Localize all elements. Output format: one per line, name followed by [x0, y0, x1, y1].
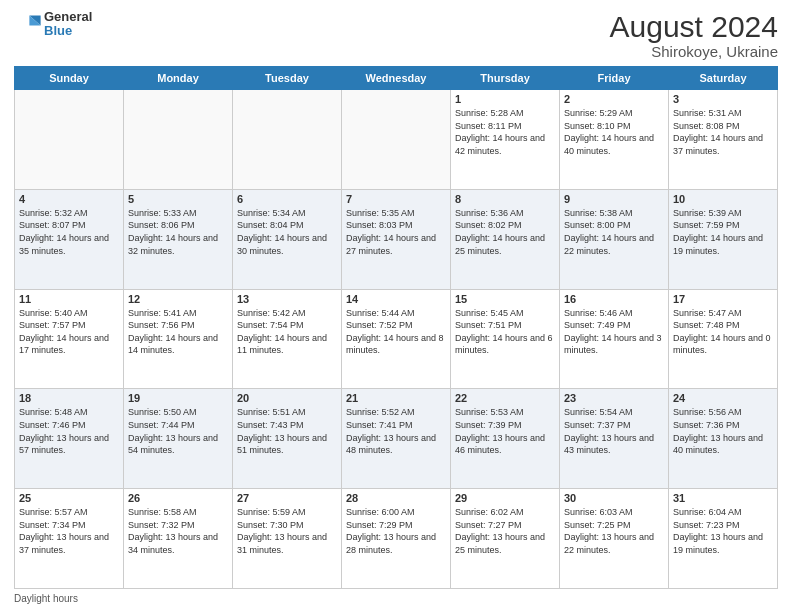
page: General Blue August 2024 Shirokoye, Ukra…: [0, 0, 792, 612]
calendar-week-row: 25Sunrise: 5:57 AM Sunset: 7:34 PM Dayli…: [15, 489, 778, 589]
table-row: 23Sunrise: 5:54 AM Sunset: 7:37 PM Dayli…: [560, 389, 669, 489]
day-info: Sunrise: 6:02 AM Sunset: 7:27 PM Dayligh…: [455, 506, 555, 556]
day-info: Sunrise: 5:38 AM Sunset: 8:00 PM Dayligh…: [564, 207, 664, 257]
day-info: Sunrise: 6:03 AM Sunset: 7:25 PM Dayligh…: [564, 506, 664, 556]
logo-blue: Blue: [44, 24, 92, 38]
day-info: Sunrise: 5:39 AM Sunset: 7:59 PM Dayligh…: [673, 207, 773, 257]
day-info: Sunrise: 5:56 AM Sunset: 7:36 PM Dayligh…: [673, 406, 773, 456]
day-number: 2: [564, 93, 664, 105]
table-row: 6Sunrise: 5:34 AM Sunset: 8:04 PM Daylig…: [233, 189, 342, 289]
table-row: 10Sunrise: 5:39 AM Sunset: 7:59 PM Dayli…: [669, 189, 778, 289]
day-number: 28: [346, 492, 446, 504]
table-row: [233, 90, 342, 190]
footer: Daylight hours: [14, 593, 778, 604]
day-number: 18: [19, 392, 119, 404]
day-info: Sunrise: 5:35 AM Sunset: 8:03 PM Dayligh…: [346, 207, 446, 257]
day-number: 17: [673, 293, 773, 305]
col-thursday: Thursday: [451, 67, 560, 90]
logo-general: General: [44, 10, 92, 24]
day-info: Sunrise: 5:54 AM Sunset: 7:37 PM Dayligh…: [564, 406, 664, 456]
logo: General Blue: [14, 10, 92, 39]
day-number: 29: [455, 492, 555, 504]
day-info: Sunrise: 5:32 AM Sunset: 8:07 PM Dayligh…: [19, 207, 119, 257]
day-number: 24: [673, 392, 773, 404]
table-row: 22Sunrise: 5:53 AM Sunset: 7:39 PM Dayli…: [451, 389, 560, 489]
table-row: 18Sunrise: 5:48 AM Sunset: 7:46 PM Dayli…: [15, 389, 124, 489]
day-number: 30: [564, 492, 664, 504]
calendar-week-row: 18Sunrise: 5:48 AM Sunset: 7:46 PM Dayli…: [15, 389, 778, 489]
day-number: 23: [564, 392, 664, 404]
day-info: Sunrise: 6:00 AM Sunset: 7:29 PM Dayligh…: [346, 506, 446, 556]
day-info: Sunrise: 5:33 AM Sunset: 8:06 PM Dayligh…: [128, 207, 228, 257]
day-number: 22: [455, 392, 555, 404]
calendar-week-row: 1Sunrise: 5:28 AM Sunset: 8:11 PM Daylig…: [15, 90, 778, 190]
day-number: 21: [346, 392, 446, 404]
day-number: 27: [237, 492, 337, 504]
col-tuesday: Tuesday: [233, 67, 342, 90]
day-info: Sunrise: 5:53 AM Sunset: 7:39 PM Dayligh…: [455, 406, 555, 456]
col-wednesday: Wednesday: [342, 67, 451, 90]
table-row: 14Sunrise: 5:44 AM Sunset: 7:52 PM Dayli…: [342, 289, 451, 389]
table-row: 7Sunrise: 5:35 AM Sunset: 8:03 PM Daylig…: [342, 189, 451, 289]
day-info: Sunrise: 5:52 AM Sunset: 7:41 PM Dayligh…: [346, 406, 446, 456]
day-info: Sunrise: 5:47 AM Sunset: 7:48 PM Dayligh…: [673, 307, 773, 357]
day-info: Sunrise: 5:36 AM Sunset: 8:02 PM Dayligh…: [455, 207, 555, 257]
table-row: 15Sunrise: 5:45 AM Sunset: 7:51 PM Dayli…: [451, 289, 560, 389]
table-row: 29Sunrise: 6:02 AM Sunset: 7:27 PM Dayli…: [451, 489, 560, 589]
calendar-title: August 2024: [610, 10, 778, 43]
calendar-table: Sunday Monday Tuesday Wednesday Thursday…: [14, 66, 778, 589]
day-info: Sunrise: 5:58 AM Sunset: 7:32 PM Dayligh…: [128, 506, 228, 556]
table-row: 3Sunrise: 5:31 AM Sunset: 8:08 PM Daylig…: [669, 90, 778, 190]
table-row: 12Sunrise: 5:41 AM Sunset: 7:56 PM Dayli…: [124, 289, 233, 389]
day-number: 14: [346, 293, 446, 305]
table-row: 31Sunrise: 6:04 AM Sunset: 7:23 PM Dayli…: [669, 489, 778, 589]
day-number: 10: [673, 193, 773, 205]
table-row: [124, 90, 233, 190]
day-info: Sunrise: 5:29 AM Sunset: 8:10 PM Dayligh…: [564, 107, 664, 157]
title-block: August 2024 Shirokoye, Ukraine: [610, 10, 778, 60]
day-number: 26: [128, 492, 228, 504]
table-row: 1Sunrise: 5:28 AM Sunset: 8:11 PM Daylig…: [451, 90, 560, 190]
daylight-hours-label: Daylight hours: [14, 593, 78, 604]
day-info: Sunrise: 5:51 AM Sunset: 7:43 PM Dayligh…: [237, 406, 337, 456]
table-row: 4Sunrise: 5:32 AM Sunset: 8:07 PM Daylig…: [15, 189, 124, 289]
day-number: 15: [455, 293, 555, 305]
header: General Blue August 2024 Shirokoye, Ukra…: [14, 10, 778, 60]
calendar-week-row: 4Sunrise: 5:32 AM Sunset: 8:07 PM Daylig…: [15, 189, 778, 289]
table-row: 20Sunrise: 5:51 AM Sunset: 7:43 PM Dayli…: [233, 389, 342, 489]
calendar-week-row: 11Sunrise: 5:40 AM Sunset: 7:57 PM Dayli…: [15, 289, 778, 389]
col-sunday: Sunday: [15, 67, 124, 90]
table-row: 26Sunrise: 5:58 AM Sunset: 7:32 PM Dayli…: [124, 489, 233, 589]
day-number: 13: [237, 293, 337, 305]
table-row: 19Sunrise: 5:50 AM Sunset: 7:44 PM Dayli…: [124, 389, 233, 489]
day-info: Sunrise: 5:45 AM Sunset: 7:51 PM Dayligh…: [455, 307, 555, 357]
table-row: 13Sunrise: 5:42 AM Sunset: 7:54 PM Dayli…: [233, 289, 342, 389]
calendar-header-row: Sunday Monday Tuesday Wednesday Thursday…: [15, 67, 778, 90]
day-info: Sunrise: 5:46 AM Sunset: 7:49 PM Dayligh…: [564, 307, 664, 357]
col-saturday: Saturday: [669, 67, 778, 90]
table-row: [15, 90, 124, 190]
day-number: 16: [564, 293, 664, 305]
col-monday: Monday: [124, 67, 233, 90]
table-row: 24Sunrise: 5:56 AM Sunset: 7:36 PM Dayli…: [669, 389, 778, 489]
day-info: Sunrise: 5:31 AM Sunset: 8:08 PM Dayligh…: [673, 107, 773, 157]
table-row: 5Sunrise: 5:33 AM Sunset: 8:06 PM Daylig…: [124, 189, 233, 289]
table-row: 2Sunrise: 5:29 AM Sunset: 8:10 PM Daylig…: [560, 90, 669, 190]
table-row: 17Sunrise: 5:47 AM Sunset: 7:48 PM Dayli…: [669, 289, 778, 389]
logo-text: General Blue: [44, 10, 92, 39]
col-friday: Friday: [560, 67, 669, 90]
day-number: 19: [128, 392, 228, 404]
day-info: Sunrise: 5:44 AM Sunset: 7:52 PM Dayligh…: [346, 307, 446, 357]
day-info: Sunrise: 5:50 AM Sunset: 7:44 PM Dayligh…: [128, 406, 228, 456]
table-row: 27Sunrise: 5:59 AM Sunset: 7:30 PM Dayli…: [233, 489, 342, 589]
day-number: 7: [346, 193, 446, 205]
table-row: 16Sunrise: 5:46 AM Sunset: 7:49 PM Dayli…: [560, 289, 669, 389]
day-info: Sunrise: 6:04 AM Sunset: 7:23 PM Dayligh…: [673, 506, 773, 556]
day-number: 20: [237, 392, 337, 404]
day-number: 25: [19, 492, 119, 504]
table-row: 21Sunrise: 5:52 AM Sunset: 7:41 PM Dayli…: [342, 389, 451, 489]
table-row: 28Sunrise: 6:00 AM Sunset: 7:29 PM Dayli…: [342, 489, 451, 589]
day-info: Sunrise: 5:40 AM Sunset: 7:57 PM Dayligh…: [19, 307, 119, 357]
day-number: 31: [673, 492, 773, 504]
day-number: 4: [19, 193, 119, 205]
